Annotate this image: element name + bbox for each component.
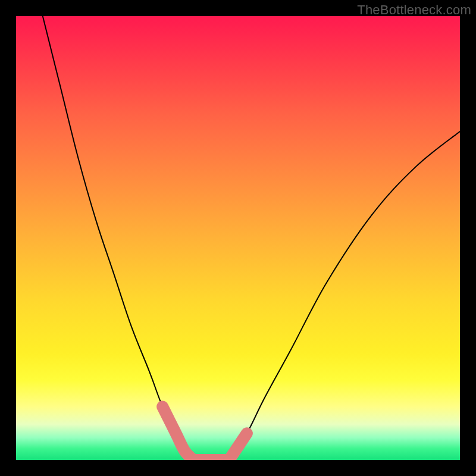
- bottleneck-curve: [16, 16, 460, 460]
- highlight-right: [229, 433, 247, 460]
- curve-right: [229, 131, 460, 460]
- chart-frame: [16, 16, 460, 460]
- curve-left: [43, 16, 194, 460]
- highlight-left: [162, 406, 193, 460]
